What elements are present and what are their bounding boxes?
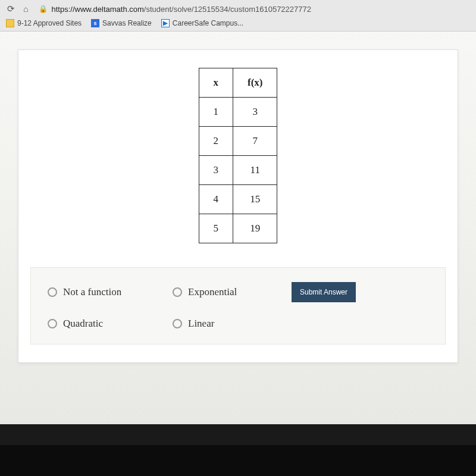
option-exponential[interactable]: Exponential [173, 286, 292, 298]
favorite-approved-sites[interactable]: 9-12 Approved Sites [6, 19, 82, 27]
radio-icon [48, 287, 57, 297]
home-icon[interactable]: ⌂ [23, 4, 28, 14]
function-table: x f(x) 13 27 311 415 519 [199, 68, 278, 243]
lock-icon: 🔒 [39, 5, 48, 13]
option-quadratic[interactable]: Quadratic [48, 318, 173, 330]
table-row: 27 [199, 127, 277, 156]
option-label: Linear [188, 318, 214, 330]
refresh-icon[interactable]: ⟳ [7, 4, 15, 14]
option-linear[interactable]: Linear [173, 318, 292, 330]
url-path: /student/solve/12515534/custom1610572227… [144, 5, 311, 14]
favorite-careersafe[interactable]: ▶ CareerSafe Campus... [161, 19, 243, 27]
col-head-x: x [199, 68, 233, 98]
savvas-icon: s [91, 19, 99, 27]
browser-toolbar: ⟳ ⌂ 🔒 https://www.deltamath.com/student/… [0, 0, 476, 17]
submit-answer-button[interactable]: Submit Answer [292, 282, 356, 302]
radio-icon [173, 319, 182, 328]
favorite-label: Savvas Realize [102, 19, 152, 27]
col-head-fx: f(x) [233, 68, 277, 98]
answer-options: Not a function Exponential Submit Answer… [30, 267, 446, 345]
url-host: https://www.deltamath.com [51, 5, 143, 14]
table-row: 415 [199, 185, 277, 214]
favorite-label: CareerSafe Campus... [173, 19, 243, 27]
favorite-savvas[interactable]: s Savvas Realize [91, 19, 152, 27]
table-row: 311 [199, 156, 277, 185]
page-viewport: x f(x) 13 27 311 415 519 Not a function … [0, 32, 476, 424]
problem-card: x f(x) 13 27 311 415 519 Not a function … [18, 49, 458, 363]
option-label: Quadratic [63, 318, 103, 330]
radio-icon [48, 319, 57, 328]
option-not-a-function[interactable]: Not a function [48, 286, 173, 298]
laptop-bezel [0, 445, 476, 476]
folder-icon [6, 19, 14, 27]
radio-icon [173, 287, 182, 297]
option-label: Exponential [188, 286, 237, 298]
address-bar[interactable]: 🔒 https://www.deltamath.com/student/solv… [34, 5, 471, 14]
careersafe-icon: ▶ [161, 19, 170, 27]
favorite-label: 9-12 Approved Sites [17, 19, 82, 27]
table-row: 519 [199, 214, 277, 243]
favorites-bar: 9-12 Approved Sites s Savvas Realize ▶ C… [0, 17, 476, 32]
table-row: 13 [199, 98, 277, 127]
option-label: Not a function [63, 286, 121, 298]
